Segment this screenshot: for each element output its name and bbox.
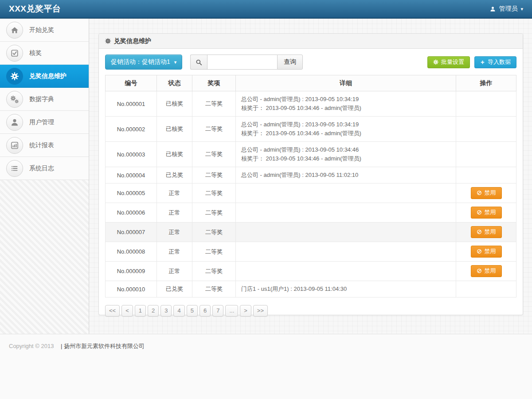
sidebar-item-verify-prize[interactable]: 核奖 xyxy=(0,42,89,65)
ban-icon xyxy=(477,268,482,274)
table-row: No.000001 已核奖 二等奖 总公司 - admin(管理员) : 201… xyxy=(106,91,516,117)
page-button[interactable]: > xyxy=(240,305,251,317)
cell-prize: 二等奖 xyxy=(192,262,236,281)
ban-icon xyxy=(477,249,482,254)
disable-button[interactable]: 禁用 xyxy=(471,226,502,238)
cell-status: 正常 xyxy=(157,262,192,281)
page-button[interactable]: < xyxy=(121,305,133,317)
cell-action xyxy=(456,167,516,184)
caret-down-icon: ▾ xyxy=(520,7,523,12)
table-row: No.000007 正常 二等奖 禁用 xyxy=(106,223,516,242)
sidebar-item-system-log[interactable]: 系统日志 xyxy=(0,157,89,180)
app-title: XXX兑奖平台 xyxy=(9,3,61,15)
ban-icon xyxy=(477,190,482,196)
cell-id: No.000009 xyxy=(106,262,157,281)
cell-action: 禁用 xyxy=(456,242,516,262)
cell-action: 禁用 xyxy=(456,223,516,242)
page-button[interactable]: 4 xyxy=(173,305,184,317)
query-button[interactable]: 查询 xyxy=(277,55,303,70)
toolbar-right: 批量设置 导入数据 xyxy=(427,56,516,68)
cell-id: No.000010 xyxy=(106,281,157,297)
disable-button[interactable]: 禁用 xyxy=(471,246,502,258)
home-icon xyxy=(6,22,23,39)
disable-button-label: 禁用 xyxy=(485,208,496,216)
check-square-icon xyxy=(6,45,23,62)
cell-status: 正常 xyxy=(157,203,192,223)
cell-detail: 总公司 - admin(管理员) : 2013-09-05 10:34:19 核… xyxy=(236,91,456,117)
column-header: 详细 xyxy=(236,75,456,91)
gear-icon xyxy=(105,38,111,44)
list-icon xyxy=(6,160,23,177)
cogs-icon xyxy=(6,91,23,108)
detail-line-2: 核奖于： 2013-09-05 10:34:46 - admin(管理员) xyxy=(241,104,453,113)
sidebar-stripes-filler xyxy=(0,180,89,334)
page-button[interactable]: 3 xyxy=(160,305,172,317)
detail-line-1: 总公司 - admin(管理员) : 2013-09-05 10:34:19 xyxy=(241,95,453,104)
disable-button-label: 禁用 xyxy=(485,247,496,255)
cell-detail xyxy=(236,184,456,203)
cell-detail xyxy=(236,223,456,242)
content-panel: 兑奖信息维护 促销活动：促销活动1 ▾ 查询 批量设 xyxy=(98,33,523,315)
cell-id: No.000001 xyxy=(106,91,157,117)
search-input[interactable] xyxy=(207,55,277,70)
disable-button[interactable]: 禁用 xyxy=(471,207,502,219)
gear-icon xyxy=(6,68,23,85)
detail-line-1: 总公司 - admin(管理员) : 2013-09-05 11:02:10 xyxy=(241,171,453,180)
main-area: 兑奖信息维护 促销活动：促销活动1 ▾ 查询 批量设 xyxy=(89,19,532,334)
sidebar-item-redeem-info[interactable]: 兑奖信息维护 xyxy=(0,65,89,88)
page-button[interactable]: 2 xyxy=(148,305,159,317)
cell-prize: 二等奖 xyxy=(192,281,236,297)
table-row: No.000006 正常 二等奖 禁用 xyxy=(106,203,516,223)
cell-status: 已核奖 xyxy=(157,91,192,117)
disable-button-label: 禁用 xyxy=(485,267,496,275)
sidebar-item-user-management[interactable]: 用户管理 xyxy=(0,111,89,134)
company-name: | 扬州市新元素软件科技有限公司 xyxy=(61,343,145,349)
cell-action: 禁用 xyxy=(456,184,516,203)
cell-detail: 总公司 - admin(管理员) : 2013-09-05 11:02:10 xyxy=(236,167,456,184)
page-button[interactable]: ... xyxy=(225,305,238,317)
cell-id: No.000002 xyxy=(106,117,157,142)
disable-button[interactable]: 禁用 xyxy=(471,187,502,199)
bar-chart-icon xyxy=(6,137,23,154)
promo-dropdown-button[interactable]: 促销活动：促销活动1 ▾ xyxy=(105,55,182,70)
sidebar-item-data-dictionary[interactable]: 数据字典 xyxy=(0,88,89,111)
sidebar: 开始兑奖 核奖 兑奖信息维护 数据字典 用户管理 统计报表 系统日志 xyxy=(0,19,89,334)
sidebar-item-start-redeem[interactable]: 开始兑奖 xyxy=(0,19,89,42)
cell-status: 已兑奖 xyxy=(157,167,192,184)
user-menu[interactable]: 管理员 ▾ xyxy=(490,5,523,13)
page-button[interactable]: 6 xyxy=(200,305,211,317)
content-layout: 开始兑奖 核奖 兑奖信息维护 数据字典 用户管理 统计报表 系统日志 兑奖信息维… xyxy=(0,19,532,334)
search-icon xyxy=(190,55,207,70)
page-button[interactable]: << xyxy=(105,305,120,317)
ban-icon xyxy=(477,210,482,215)
caret-down-icon: ▾ xyxy=(174,60,177,65)
detail-line-2: 核奖于： 2013-09-05 10:34:46 - admin(管理员) xyxy=(241,154,453,163)
page-button[interactable]: 1 xyxy=(135,305,146,317)
cell-detail: 总公司 - admin(管理员) : 2013-09-05 10:34:46 核… xyxy=(236,142,456,167)
pagination: <<<1234567...>>> xyxy=(99,297,523,324)
column-header: 奖项 xyxy=(192,75,236,91)
cell-prize: 二等奖 xyxy=(192,203,236,223)
panel-header: 兑奖信息维护 xyxy=(99,34,523,49)
sidebar-item-label: 统计报表 xyxy=(29,141,54,149)
cell-action: 禁用 xyxy=(456,203,516,223)
import-data-button[interactable]: 导入数据 xyxy=(474,56,516,68)
plus-icon xyxy=(480,60,485,65)
batch-settings-button[interactable]: 批量设置 xyxy=(427,56,470,68)
user-icon xyxy=(6,114,23,131)
cell-status: 正常 xyxy=(157,184,192,203)
sidebar-item-label: 用户管理 xyxy=(29,118,54,126)
cell-status: 已兑奖 xyxy=(157,281,192,297)
cell-id: No.000005 xyxy=(106,184,157,203)
page-button[interactable]: 7 xyxy=(212,305,223,317)
detail-line-1: 门店1 - us1(用户1) : 2013-09-05 11:04:30 xyxy=(241,285,453,293)
page-button[interactable]: 5 xyxy=(187,305,198,317)
import-data-label: 导入数据 xyxy=(488,58,511,66)
ban-icon xyxy=(477,229,482,235)
page-button[interactable]: >> xyxy=(253,305,268,317)
cell-status: 正常 xyxy=(157,223,192,242)
disable-button[interactable]: 禁用 xyxy=(471,265,502,277)
cell-prize: 二等奖 xyxy=(192,223,236,242)
table-header-row: 编号状态奖项详细操作 xyxy=(106,75,516,91)
sidebar-item-statistics[interactable]: 统计报表 xyxy=(0,134,89,157)
